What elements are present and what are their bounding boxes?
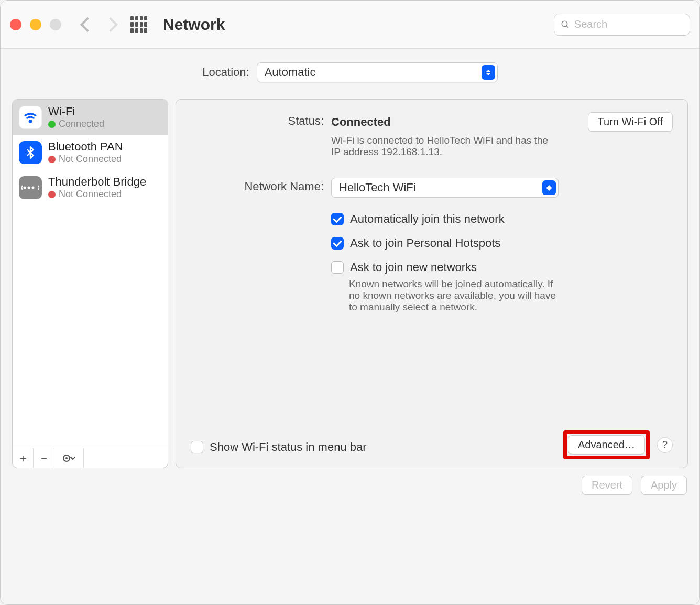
wifi-toggle-button[interactable]: Turn Wi-Fi Off — [588, 112, 673, 132]
sidebar-item-label: Thunderbolt Bridge — [48, 175, 146, 189]
network-name-label: Network Name: — [191, 178, 324, 193]
ask-hotspot-label: Ask to join Personal Hotspots — [350, 236, 500, 250]
svg-point-4 — [28, 186, 30, 189]
footer-buttons: Revert Apply — [1, 468, 699, 502]
sidebar-item-wifi[interactable]: Wi-Fi Connected — [13, 100, 168, 135]
apply-button[interactable]: Apply — [641, 476, 687, 495]
ask-new-networks-label: Ask to join new networks — [350, 261, 477, 274]
remove-service-button[interactable]: － — [34, 448, 54, 468]
status-dot-icon — [48, 191, 56, 198]
add-service-button[interactable]: ＋ — [13, 448, 34, 468]
chevron-up-down-icon — [542, 180, 556, 195]
sidebar-item-status: Not Connected — [48, 154, 123, 165]
ask-new-networks-hint: Known networks will be joined automatica… — [349, 278, 559, 313]
auto-join-checkbox[interactable] — [331, 213, 344, 225]
status-value: Connected — [331, 115, 391, 129]
status-hint: Wi-Fi is connected to HelloTech WiFi and… — [331, 135, 551, 158]
network-name-value: HelloTech WiFi — [339, 181, 416, 195]
location-row: Location: Automatic — [1, 49, 699, 92]
sidebar-item-status: Connected — [48, 118, 104, 129]
svg-point-2 — [29, 120, 31, 122]
advanced-highlight: Advanced… — [563, 430, 650, 459]
page-title: Network — [163, 16, 225, 34]
sidebar-item-label: Bluetooth PAN — [48, 140, 123, 154]
back-icon[interactable] — [80, 17, 95, 31]
sidebar-item-thunderbolt[interactable]: Thunderbolt Bridge Not Connected — [13, 170, 168, 205]
show-menu-bar-label: Show Wi-Fi status in menu bar — [210, 440, 367, 454]
sidebar-item-label: Wi-Fi — [48, 105, 104, 118]
service-sidebar: Wi-Fi Connected Bluetooth PAN Not Connec… — [12, 99, 168, 468]
svg-line-1 — [566, 26, 568, 28]
show-menu-bar-checkbox[interactable] — [191, 441, 203, 453]
chevron-up-down-icon — [482, 65, 495, 80]
detail-panel: Status: Connected Turn Wi-Fi Off Wi-Fi i… — [176, 99, 688, 468]
location-value: Automatic — [265, 66, 316, 79]
svg-point-7 — [65, 457, 68, 459]
svg-point-5 — [32, 186, 35, 189]
status-dot-icon — [48, 156, 56, 163]
advanced-button[interactable]: Advanced… — [568, 435, 645, 455]
status-dot-icon — [48, 121, 56, 128]
bluetooth-icon — [19, 141, 42, 164]
traffic-lights — [10, 19, 61, 30]
ask-hotspot-checkbox[interactable] — [331, 237, 344, 250]
svg-point-3 — [24, 186, 26, 189]
service-list: Wi-Fi Connected Bluetooth PAN Not Connec… — [12, 99, 168, 448]
sidebar-item-bluetooth[interactable]: Bluetooth PAN Not Connected — [13, 135, 168, 170]
titlebar: Network — [1, 1, 699, 49]
close-icon[interactable] — [10, 19, 21, 30]
network-name-select[interactable]: HelloTech WiFi — [331, 178, 559, 198]
zoom-icon[interactable] — [50, 19, 61, 30]
minimize-icon[interactable] — [30, 19, 41, 30]
preferences-window: Network Location: Automatic Wi-Fi Conne — [0, 0, 700, 605]
ask-new-networks-checkbox[interactable] — [331, 261, 344, 274]
help-button[interactable]: ? — [657, 437, 673, 453]
search-field[interactable] — [554, 14, 690, 36]
service-actions-button[interactable] — [54, 448, 84, 468]
sidebar-item-status: Not Connected — [48, 189, 146, 200]
location-label: Location: — [202, 66, 249, 79]
location-select[interactable]: Automatic — [257, 62, 498, 82]
wifi-icon — [19, 106, 42, 129]
revert-button[interactable]: Revert — [582, 476, 632, 495]
service-list-footer: ＋ － — [12, 448, 168, 468]
search-icon — [561, 19, 570, 30]
nav-buttons — [82, 19, 116, 30]
all-preferences-icon[interactable] — [130, 16, 147, 33]
svg-point-0 — [562, 21, 567, 26]
auto-join-label: Automatically join this network — [350, 212, 505, 226]
search-input[interactable] — [574, 18, 683, 30]
forward-icon — [103, 17, 118, 31]
thunderbolt-bridge-icon — [19, 176, 42, 199]
status-label: Status: — [191, 112, 324, 128]
